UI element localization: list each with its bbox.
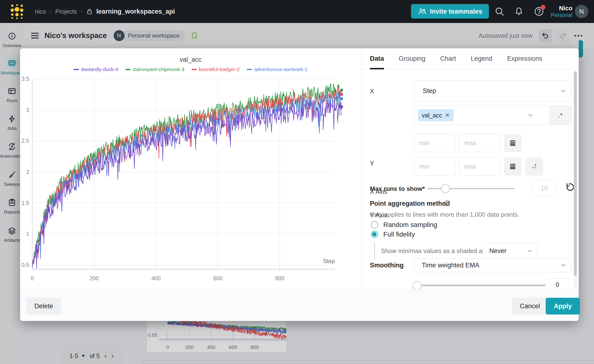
chevron-down-icon: [561, 264, 566, 267]
delete-button[interactable]: Delete: [26, 298, 61, 315]
tab-grouping[interactable]: Grouping: [399, 48, 425, 69]
x-axis-max-input[interactable]: [459, 134, 500, 152]
radio-random-sampling[interactable]: Random sampling: [371, 221, 437, 229]
user-name: Nico: [551, 5, 573, 12]
chart-legend: dastardly-duck-4 clairvoyant-chipmunk-3 …: [20, 67, 361, 72]
svg-text:0.5: 0.5: [21, 262, 29, 268]
max-runs-input[interactable]: [532, 180, 557, 197]
svg-text:2: 2: [26, 169, 29, 175]
legend-swatch: [74, 69, 79, 70]
minmax-shaded-value: Never: [489, 247, 506, 255]
legend-swatch: [125, 69, 131, 70]
point-aggregation-title: Point aggregation method: [370, 200, 450, 207]
indent-bar: [374, 243, 375, 259]
y-metric-chip: val_acc ✕: [418, 109, 454, 121]
minmax-shaded-select[interactable]: Never: [483, 243, 537, 259]
chevron-down-icon: [527, 250, 532, 252]
search-icon[interactable]: [490, 0, 510, 23]
max-runs-slider-track[interactable]: [427, 188, 514, 189]
y-axis-min-input[interactable]: [414, 157, 455, 175]
user-avatar[interactable]: N: [575, 5, 588, 18]
svg-text:2.5: 2.5: [21, 138, 29, 144]
radio-circle-icon: [371, 221, 378, 228]
breadcrumb-projects[interactable]: Projects: [55, 8, 77, 15]
notification-badge: [541, 5, 546, 10]
legend-swatch: [192, 69, 197, 70]
regex-toggle-button[interactable]: .*: [549, 106, 571, 125]
smoothing-select[interactable]: Time weighted EMA: [414, 258, 571, 272]
svg-text:200: 200: [90, 275, 99, 282]
legend-swatch: [247, 69, 252, 70]
apply-button[interactable]: Apply: [546, 298, 580, 315]
legend-item[interactable]: clairvoyant-chipmunk-3: [125, 67, 184, 72]
edit-panel-modal: val_acc dastardly-duck-4 clairvoyant-chi…: [20, 48, 579, 321]
invite-people-icon: [418, 8, 427, 15]
breadcrumb: nico › Projects › learning_workspaces_ap…: [35, 8, 175, 15]
breadcrumb-separator: ›: [50, 8, 51, 15]
svg-text:3: 3: [26, 107, 29, 113]
radio-full-fidelity[interactable]: Full fidelity: [371, 230, 415, 238]
breadcrumb-separator: ›: [81, 8, 82, 15]
x-metric-select[interactable]: Step: [414, 80, 571, 101]
breadcrumb-project[interactable]: learning_workspaces_api: [96, 8, 175, 15]
invite-teammates-button[interactable]: Invite teammates: [411, 4, 490, 19]
wandb-logo-icon[interactable]: [9, 3, 25, 20]
y-axis-outliers-button[interactable]: [525, 157, 543, 175]
smoothing-value-input[interactable]: [545, 278, 570, 290]
x-axis-log-scale-button[interactable]: [504, 134, 521, 152]
svg-text:1.5: 1.5: [21, 200, 29, 206]
smoothing-label: Smoothing: [370, 262, 404, 269]
tab-expressions[interactable]: Expressions: [507, 48, 542, 69]
smoothing-value: Time weighted EMA: [422, 262, 479, 269]
modal-footer: Delete Cancel Apply: [20, 290, 579, 321]
y-field-label: Y: [370, 160, 374, 167]
breadcrumb-org[interactable]: nico: [35, 8, 46, 15]
invite-teammates-label: Invite teammates: [430, 8, 482, 15]
x-field-label: X: [370, 88, 374, 95]
x-axis-min-input[interactable]: [414, 134, 455, 152]
cancel-button[interactable]: Cancel: [512, 298, 548, 315]
tab-legend[interactable]: Legend: [471, 48, 492, 69]
settings-tabs: Data Grouping Chart Legend Expressions: [361, 48, 574, 69]
x-metric-value: Step: [423, 87, 436, 95]
minmax-shaded-label: Show min/max values as a shaded area: [381, 247, 491, 255]
legend-item[interactable]: dastardly-duck-4: [74, 67, 118, 72]
reset-icon[interactable]: [564, 182, 574, 192]
lock-icon: [86, 8, 93, 15]
settings-panel: Data Grouping Chart Legend Expressions X…: [361, 48, 579, 290]
svg-text:400: 400: [151, 275, 161, 282]
tab-data[interactable]: Data: [370, 48, 384, 69]
smoothing-slider-track[interactable]: [417, 285, 553, 286]
y-metric-chip-label: val_acc: [422, 112, 442, 119]
smoothing-slider-thumb[interactable]: [412, 281, 422, 290]
notifications-bell-icon[interactable]: [510, 0, 528, 23]
line-chart-plot: 0.511.522.533.50200400600800Step: [20, 72, 361, 288]
tab-chart[interactable]: Chart: [440, 48, 456, 69]
user-block[interactable]: Nico Personal: [551, 5, 573, 18]
legend-label: clairvoyant-chipmunk-3: [133, 67, 184, 72]
chevron-down-icon: [528, 114, 533, 117]
svg-text:1: 1: [26, 231, 29, 237]
chart-title: val_acc: [20, 56, 361, 63]
avatar-initial: N: [579, 8, 584, 15]
y-axis-log-scale-button[interactable]: [504, 157, 521, 175]
chip-remove-icon[interactable]: ✕: [445, 112, 450, 119]
help-icon[interactable]: [528, 0, 550, 23]
panel-scrollbar: [574, 70, 577, 290]
svg-text:3.5: 3.5: [21, 76, 29, 82]
panel-scrollbar-thumb[interactable]: [574, 71, 577, 276]
legend-label: bountiful-badger-2: [199, 67, 240, 72]
svg-text:0: 0: [31, 275, 34, 282]
legend-item[interactable]: bountiful-badger-2: [192, 67, 240, 72]
y-axis-max-input[interactable]: [459, 157, 500, 175]
svg-text:Step: Step: [323, 258, 335, 264]
point-aggregation-note: Only applies to lines with more than 1,0…: [370, 211, 519, 218]
info-icon[interactable]: [444, 200, 450, 207]
user-scope: Personal: [551, 12, 573, 18]
page: nico › Projects › learning_workspaces_ap…: [0, 0, 594, 364]
y-metric-select[interactable]: val_acc ✕ .*: [414, 106, 571, 125]
legend-item[interactable]: adventurous-aardvark-1: [247, 67, 308, 72]
svg-text:600: 600: [213, 275, 223, 282]
svg-text:800: 800: [275, 275, 284, 282]
max-runs-slider-thumb[interactable]: [441, 184, 450, 193]
